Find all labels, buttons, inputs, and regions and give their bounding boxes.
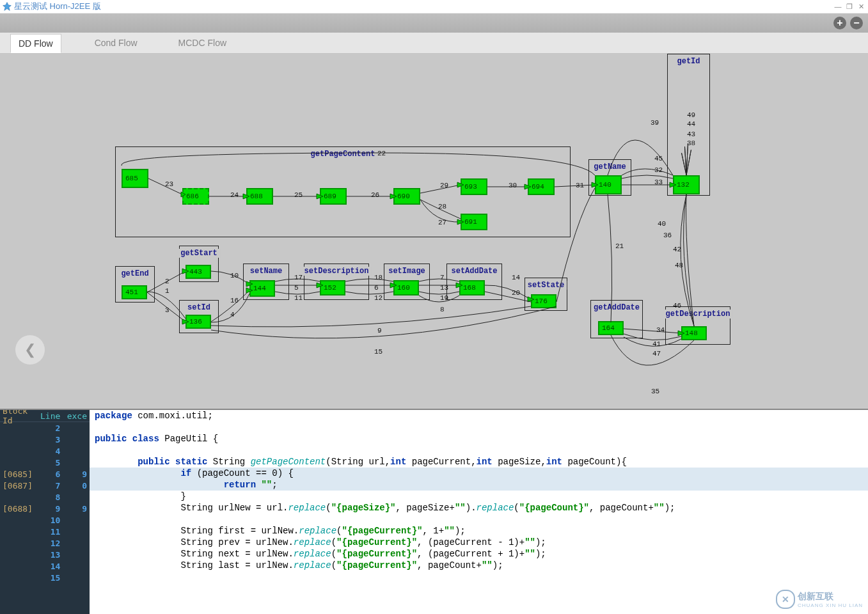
gutter-row[interactable]: 4 bbox=[0, 445, 90, 457]
gutter-row[interactable]: [0688]99 bbox=[0, 503, 90, 514]
edge-label: 49 bbox=[687, 111, 695, 119]
bottom-panel: Block Id Line exce 2345[0685]69[0687]708… bbox=[0, 409, 868, 614]
gutter-row[interactable]: 14 bbox=[0, 560, 90, 572]
edge-label: 5 bbox=[294, 284, 299, 292]
edge-label: 21 bbox=[615, 242, 624, 250]
gutter-row[interactable]: 11 bbox=[0, 526, 90, 537]
node-685[interactable]: 685 bbox=[122, 169, 148, 188]
code-line[interactable]: String prev = urlNew.replace("{pageCurre… bbox=[90, 537, 868, 548]
code-line[interactable] bbox=[90, 421, 868, 433]
node-693[interactable]: 693 bbox=[461, 178, 487, 195]
edge-label: 29 bbox=[440, 182, 448, 189]
node-691[interactable]: 691 bbox=[461, 214, 487, 230]
edge-label: 20 bbox=[512, 289, 520, 297]
maximize-icon[interactable]: ❐ bbox=[845, 2, 854, 11]
code-line[interactable]: public static String getPageContent(Stri… bbox=[90, 456, 868, 468]
edge-label: 9 bbox=[377, 327, 382, 335]
gutter-row[interactable]: 15 bbox=[0, 572, 90, 583]
node-144[interactable]: 144 bbox=[249, 280, 275, 297]
code-line[interactable]: public class PageUtil { bbox=[90, 433, 868, 445]
node-686[interactable]: 686 bbox=[182, 188, 209, 205]
nav-left-button[interactable]: ❮ bbox=[15, 335, 45, 365]
edge-label: 12 bbox=[374, 294, 383, 302]
node-160[interactable]: 160 bbox=[393, 280, 419, 295]
code-line[interactable]: String last = urlNew.replace("{pageCurre… bbox=[90, 560, 868, 571]
container-label: setId bbox=[185, 303, 213, 312]
tab-dd-flow[interactable]: DD Flow bbox=[10, 34, 61, 53]
container-label: getPageContent bbox=[308, 150, 378, 159]
edge-label: 7 bbox=[440, 274, 445, 281]
edge-label: 43 bbox=[687, 130, 695, 138]
node-152[interactable]: 152 bbox=[320, 280, 345, 295]
edge-label: 47 bbox=[652, 350, 661, 358]
gutter-panel: Block Id Line exce 2345[0685]69[0687]708… bbox=[0, 410, 90, 614]
watermark-text: 创新互联 bbox=[798, 591, 863, 602]
gutter-row[interactable]: [0687]70 bbox=[0, 480, 90, 491]
node-690[interactable]: 690 bbox=[393, 188, 420, 205]
edge-label: 30 bbox=[509, 182, 517, 189]
code-area[interactable]: package com.moxi.util;public class PageU… bbox=[90, 410, 868, 614]
toolbar: + − bbox=[0, 13, 868, 33]
edge-label: 2 bbox=[165, 278, 170, 285]
gutter-row[interactable]: 5 bbox=[0, 457, 90, 468]
code-line[interactable]: package com.moxi.util; bbox=[90, 410, 868, 421]
code-line[interactable] bbox=[90, 445, 868, 456]
edge-label: 40 bbox=[658, 220, 666, 228]
node-451[interactable]: 451 bbox=[122, 285, 147, 299]
node-168[interactable]: 168 bbox=[459, 280, 485, 295]
edge-label: 25 bbox=[294, 191, 303, 199]
code-line[interactable]: String urlNew = url.replace("{pageSize}"… bbox=[90, 502, 868, 514]
container-label: getAddDate bbox=[591, 303, 642, 312]
edge-label: 48 bbox=[675, 262, 683, 269]
edge-label: 3 bbox=[165, 306, 170, 314]
node-164[interactable]: 164 bbox=[598, 321, 624, 335]
gutter-row[interactable]: 10 bbox=[0, 514, 90, 526]
edge-label: 14 bbox=[512, 274, 520, 281]
gutter-row[interactable]: 3 bbox=[0, 434, 90, 445]
node-694[interactable]: 694 bbox=[528, 178, 555, 195]
code-line[interactable]: if (pageCount == 0) { bbox=[90, 468, 868, 479]
gutter-header: Block Id Line exce bbox=[0, 410, 90, 422]
node-140[interactable]: 140 bbox=[595, 175, 622, 194]
zoom-in-button[interactable]: + bbox=[833, 17, 846, 29]
gutter-row[interactable]: [0685]69 bbox=[0, 468, 90, 480]
edge-label: 11 bbox=[294, 294, 303, 302]
node-176[interactable]: 176 bbox=[531, 294, 556, 308]
close-icon[interactable]: ✕ bbox=[856, 2, 865, 11]
gutter-header-line: Line bbox=[36, 411, 63, 421]
code-line[interactable]: return ""; bbox=[90, 479, 868, 491]
zoom-out-button[interactable]: − bbox=[850, 17, 863, 29]
edge-label: 41 bbox=[652, 340, 661, 348]
node-132[interactable]: 132 bbox=[673, 175, 700, 194]
edge-label: 31 bbox=[576, 182, 584, 189]
node-443[interactable]: 443 bbox=[185, 265, 211, 279]
edge-label: 38 bbox=[687, 139, 695, 147]
gutter-row[interactable]: 13 bbox=[0, 549, 90, 560]
edge-label: 4 bbox=[230, 311, 235, 319]
edge-label: 18 bbox=[374, 274, 383, 281]
edge-label: 23 bbox=[165, 180, 173, 188]
code-line[interactable] bbox=[90, 514, 868, 525]
node-148[interactable]: 148 bbox=[681, 326, 707, 340]
container-label: getStart bbox=[178, 249, 220, 258]
gutter-row[interactable]: 8 bbox=[0, 491, 90, 503]
gutter-row[interactable]: 12 bbox=[0, 537, 90, 549]
container-label: setState bbox=[525, 281, 567, 290]
node-688[interactable]: 688 bbox=[246, 188, 273, 205]
edge-label: 45 bbox=[654, 155, 663, 162]
code-line[interactable]: String first = urlNew.replace("{pageCurr… bbox=[90, 525, 868, 537]
tabs-row: DD Flow Cond Flow MCDC Flow bbox=[0, 33, 868, 54]
edge-label: 1 bbox=[165, 287, 170, 295]
gutter-header-exce: exce bbox=[63, 411, 90, 421]
node-689[interactable]: 689 bbox=[320, 188, 347, 205]
code-line[interactable]: } bbox=[90, 491, 868, 502]
code-line[interactable]: String next = urlNew.replace("{pageCurre… bbox=[90, 548, 868, 560]
gutter-header-block: Block Id bbox=[0, 410, 36, 425]
tab-cond-flow[interactable]: Cond Flow bbox=[87, 34, 145, 52]
edge-label: 16 bbox=[230, 297, 239, 304]
node-136[interactable]: 136 bbox=[185, 315, 211, 329]
tab-mcdc-flow[interactable]: MCDC Flow bbox=[171, 34, 234, 52]
minimize-icon[interactable]: — bbox=[833, 2, 842, 11]
edge-label: 42 bbox=[673, 246, 681, 253]
diagram-canvas[interactable]: ❮ bbox=[0, 54, 868, 409]
